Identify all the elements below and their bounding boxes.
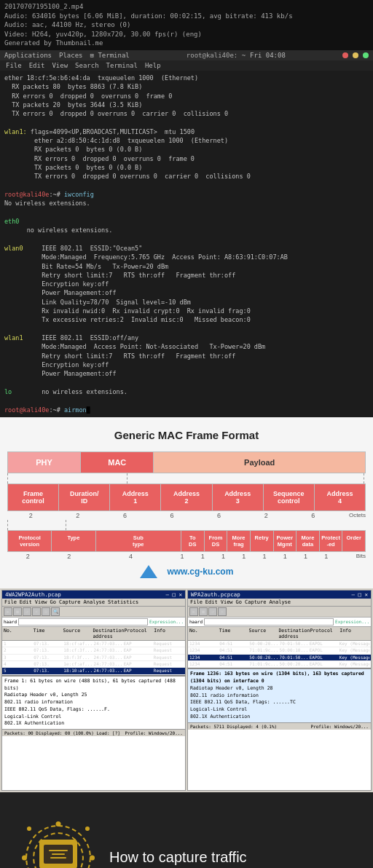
capture-icon-area: [22, 821, 95, 868]
mac-cell: MAC: [81, 452, 154, 473]
toolbar-btn-r[interactable]: ▶: [189, 607, 198, 616]
ws-right-filter-bar: haard Expression...: [188, 618, 371, 627]
mac-frame-section: Generic MAC Frame Format PHY MAC Payload…: [0, 417, 373, 588]
ws-right-statusbar: Packets: 5711 Displayed: 4 (0.1%) Profil…: [188, 722, 371, 730]
video-filename: 20170707195100_2.mp4: [4, 2, 369, 12]
ws-left-statusbar: Packets: 00 Displayed: 00 (100.0%) Load:…: [2, 729, 185, 736]
terminal-window: Applications Places ⊞ Terminal root@kali…: [0, 50, 373, 417]
menu-view[interactable]: View: [52, 62, 68, 69]
ws-menu-capture-r[interactable]: Capture: [245, 599, 267, 605]
ws-menu-edit-r[interactable]: Edit: [205, 599, 218, 605]
toolbar-btn-r[interactable]: ↺: [208, 607, 217, 616]
col-proto-r: Protocol: [310, 628, 339, 639]
toolbar-btn[interactable]: ⚙: [42, 607, 50, 616]
terminal-menu-item[interactable]: ⊞ Terminal: [90, 52, 130, 59]
ws-right-toolbar: ▶ ■ ↺ ✕: [188, 607, 371, 618]
menu-edit[interactable]: Edit: [29, 62, 45, 69]
col-time: Time: [34, 628, 63, 639]
col-src: Source: [63, 628, 93, 639]
menu-terminal[interactable]: Terminal: [106, 62, 138, 69]
ws-left-row-3[interactable]: 307:13.18:f:3f...24:77:03...EAPRequest: [2, 655, 185, 661]
from-ds-cell: FromDS: [205, 531, 228, 551]
ws-right-filter-input[interactable]: [204, 618, 334, 626]
menu-help[interactable]: Help: [145, 62, 161, 69]
mac-sub-row: Protocolversion Type Subtype ToDS FromDS…: [7, 530, 366, 552]
sub-type-cell: Subtype: [96, 531, 182, 551]
filter-label: haard: [4, 619, 17, 624]
phy-cell: PHY: [8, 452, 81, 473]
toolbar-btn-r[interactable]: ✕: [218, 607, 227, 616]
ws-menu-view[interactable]: View: [35, 599, 47, 605]
mac-top-row: PHY MAC Payload: [7, 451, 366, 473]
ws-left-table-header: No. Time Source Destination address Prot…: [2, 627, 185, 641]
ws-right-table-header: No. Time Source Destination address Prot…: [188, 627, 371, 641]
wireshark-left-panel: 4WA2WPA2Auth.pcap — □ ✕ File Edit View G…: [1, 590, 186, 791]
ws-right-titlebar: WPA2auth.pcpcap — □ ✕: [188, 591, 371, 599]
toolbar-btn[interactable]: ↺: [23, 607, 31, 616]
ws-menu-view-r[interactable]: View: [221, 599, 233, 605]
ws-menu-file[interactable]: File: [4, 599, 17, 605]
expression-label[interactable]: Expression...: [149, 619, 184, 624]
col-src-r: Source: [249, 628, 279, 639]
col-time-r: Time: [219, 628, 249, 639]
ws-menu-go[interactable]: Go: [50, 599, 56, 605]
ws-left-row-5[interactable]: 507:13.18:10:af...24:77:03...EAPRequest: [2, 668, 185, 674]
ws-left-row-1[interactable]: 107:13.18:cf:af...24:77:03...EAPRequest: [2, 641, 185, 647]
menu-search[interactable]: Search: [75, 62, 99, 69]
expression-label-r[interactable]: Expression...: [335, 619, 369, 624]
frame-control-cell: Framecontrol: [8, 484, 59, 510]
terminal-titlebar: Applications Places ⊞ Terminal root@kali…: [0, 50, 373, 60]
maximize-dot[interactable]: [363, 52, 369, 58]
ws-right-row-1[interactable]: 123404:5150:00:20...70:01:50...EAPOLKey …: [188, 641, 371, 647]
col-dst: Destination address: [93, 628, 124, 639]
ws-menu-go-r[interactable]: Go: [236, 599, 242, 605]
close-dot[interactable]: [342, 52, 348, 58]
toolbar-btn[interactable]: ■: [13, 607, 22, 616]
ws-menu-analyse-r[interactable]: Analyse: [270, 599, 291, 605]
menu-file[interactable]: File: [6, 62, 22, 69]
ws-right-menubar: File Edit View Go Capture Analyse: [188, 599, 371, 607]
arrow-up-icon: [140, 565, 157, 578]
col-proto: Protocol: [124, 628, 154, 639]
seq-control-cell: Sequencecontrol: [264, 484, 315, 510]
address2-cell: Address2: [161, 484, 212, 510]
ws-left-row-2[interactable]: 207:13.18:cf:3f...24:77:03...EAPRequest: [2, 647, 185, 654]
ws-menu-statistics[interactable]: Statistics: [108, 599, 138, 605]
sub-numbers-row: 2 2 4 11111111 Bits: [7, 552, 366, 561]
mac-frame-title: Generic MAC Frame Format: [7, 429, 366, 441]
mac-mid-row: Framecontrol Duration/ID Address1 Addres…: [7, 484, 366, 511]
capture-title: How to capture traffic: [109, 849, 247, 866]
applications-menu[interactable]: Applications: [4, 52, 52, 59]
ws-left-filter-input[interactable]: [18, 618, 148, 626]
ws-menu-edit[interactable]: Edit: [20, 599, 32, 605]
ws-right-row-2[interactable]: 123404:5171:01:9c...50:00:10...EAPOLKey …: [188, 647, 371, 654]
terminal-title-left: Applications Places ⊞ Terminal: [4, 52, 130, 59]
order-cell: Order: [342, 531, 365, 551]
duration-id-cell: Duration/ID: [59, 484, 110, 510]
toolbar-btn[interactable]: ▶: [4, 607, 12, 616]
ws-right-title: WPA2auth.pcpcap: [191, 591, 240, 598]
filter-label-r: haard: [189, 619, 203, 624]
col-info: Info: [154, 628, 184, 639]
places-menu[interactable]: Places: [59, 52, 83, 59]
toolbar-btn[interactable]: 🔍: [51, 607, 60, 616]
toolbar-btn-r[interactable]: ■: [199, 607, 208, 616]
retry-cell: Retry: [251, 531, 274, 551]
ws-left-toolbar: ▶ ■ ↺ ✕ ⚙ 🔍: [2, 607, 185, 618]
to-ds-cell: ToDS: [181, 531, 205, 551]
ws-right-row-3[interactable]: 123404:5150:08:20...70:01:50...EAPOLKey …: [188, 655, 371, 661]
col-no: No.: [4, 628, 34, 639]
monitor-icon: [39, 840, 77, 868]
ws-menu-analyse[interactable]: Analyse: [84, 599, 106, 605]
more-frag-cell: Morefrag: [227, 531, 251, 551]
ws-menu-capture[interactable]: Capture: [59, 599, 81, 605]
ws-left-row-4[interactable]: 407:13.1e:cf:af...24:77:03...EAPRequest: [2, 661, 185, 668]
ws-menu-file-r[interactable]: File: [190, 599, 203, 605]
ws-left-profile: Profile: Windows/20...: [125, 730, 183, 735]
ws-left-title: 4WA2WPA2Auth.pcap: [5, 591, 61, 598]
minimize-dot[interactable]: [353, 52, 358, 58]
ws-left-menubar: File Edit View Go Capture Analyse Statis…: [2, 599, 185, 607]
ws-right-row-4[interactable]: 123404:5171:01:9c...50:00:20...EAPOLKey …: [188, 661, 371, 668]
address4-cell: Address4: [315, 484, 365, 510]
toolbar-btn[interactable]: ✕: [32, 607, 41, 616]
